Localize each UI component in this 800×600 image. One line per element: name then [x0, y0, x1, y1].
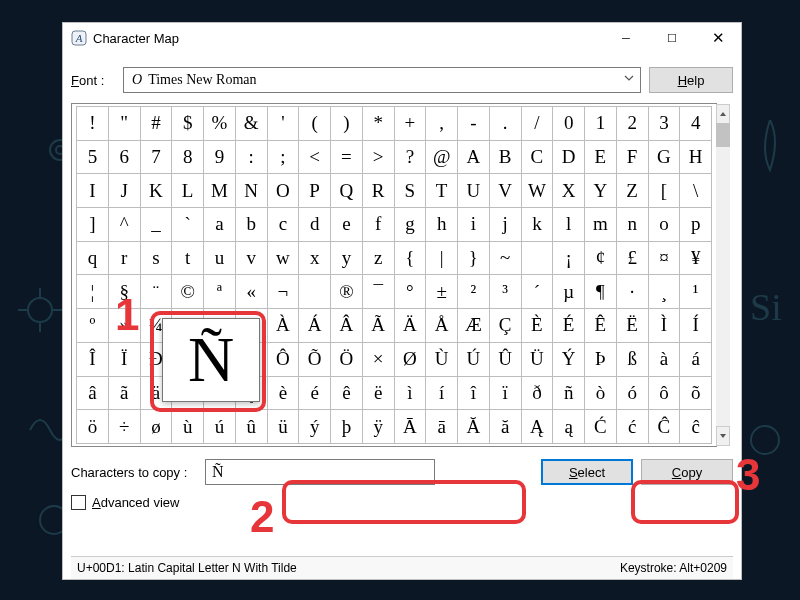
advanced-view-checkbox[interactable] [71, 495, 86, 510]
char-cell[interactable]: . [489, 107, 521, 141]
char-cell[interactable]: ? [394, 140, 426, 174]
char-cell[interactable]: ± [426, 275, 458, 309]
char-cell[interactable]: ë [362, 376, 394, 410]
char-cell[interactable]: À [267, 309, 299, 343]
maximize-button[interactable]: ☐ [649, 23, 695, 53]
char-cell[interactable]: µ [553, 275, 585, 309]
char-cell[interactable]: R [362, 174, 394, 208]
char-cell[interactable]: ¡ [553, 241, 585, 275]
char-cell[interactable]: @ [426, 140, 458, 174]
char-cell[interactable]: Ö [331, 342, 363, 376]
char-cell[interactable]: Ĉ [648, 410, 680, 444]
char-cell[interactable]: 4 [680, 107, 712, 141]
char-cell[interactable]: 9 [204, 140, 236, 174]
char-cell[interactable]: > [362, 140, 394, 174]
char-cell[interactable]: ¨ [140, 275, 172, 309]
char-cell[interactable]: ô [648, 376, 680, 410]
char-cell[interactable]: j [489, 208, 521, 242]
char-cell[interactable]: ù [172, 410, 204, 444]
char-cell[interactable]: { [394, 241, 426, 275]
char-cell[interactable]: ñ [553, 376, 585, 410]
char-cell[interactable]: / [521, 107, 553, 141]
char-cell[interactable]: ý [299, 410, 331, 444]
char-cell[interactable]: ; [267, 140, 299, 174]
char-cell[interactable]: Õ [299, 342, 331, 376]
char-cell[interactable]: Á [299, 309, 331, 343]
minimize-button[interactable]: ─ [603, 23, 649, 53]
char-cell[interactable]: [ [648, 174, 680, 208]
char-cell[interactable]: u [204, 241, 236, 275]
char-cell[interactable]: ' [267, 107, 299, 141]
char-cell[interactable]: Ô [267, 342, 299, 376]
char-cell[interactable]: p [680, 208, 712, 242]
char-cell[interactable]: Ă [458, 410, 490, 444]
char-cell[interactable]: ú [204, 410, 236, 444]
scroll-up-icon[interactable] [716, 104, 730, 124]
char-cell[interactable]: ĉ [680, 410, 712, 444]
char-cell[interactable]: O [267, 174, 299, 208]
char-cell[interactable]: H [680, 140, 712, 174]
char-cell[interactable]: Í [680, 309, 712, 343]
char-cell[interactable]: - [458, 107, 490, 141]
char-cell[interactable]: ì [394, 376, 426, 410]
char-cell[interactable] [299, 275, 331, 309]
char-cell[interactable]: a [204, 208, 236, 242]
char-cell[interactable]: ó [616, 376, 648, 410]
char-cell[interactable]: ÿ [362, 410, 394, 444]
char-cell[interactable]: Y [585, 174, 617, 208]
char-cell[interactable]: ` [172, 208, 204, 242]
char-cell[interactable]: Ê [585, 309, 617, 343]
char-cell[interactable]: | [426, 241, 458, 275]
char-cell[interactable]: Ï [108, 342, 140, 376]
char-cell[interactable]: K [140, 174, 172, 208]
char-cell[interactable]: Ì [648, 309, 680, 343]
char-cell[interactable]: ¯ [362, 275, 394, 309]
char-cell[interactable]: e [331, 208, 363, 242]
char-cell[interactable]: c [267, 208, 299, 242]
char-cell[interactable]: D [553, 140, 585, 174]
char-cell[interactable]: B [489, 140, 521, 174]
help-button[interactable]: Help [649, 67, 733, 93]
char-cell[interactable]: o [648, 208, 680, 242]
char-cell[interactable]: ą [553, 410, 585, 444]
char-cell[interactable]: ~ [489, 241, 521, 275]
characters-to-copy-input[interactable] [205, 459, 435, 485]
char-cell[interactable]: V [489, 174, 521, 208]
char-cell[interactable]: M [204, 174, 236, 208]
char-cell[interactable]: Ü [521, 342, 553, 376]
char-cell[interactable]: + [394, 107, 426, 141]
char-cell[interactable]: Ë [616, 309, 648, 343]
char-cell[interactable]: Ý [553, 342, 585, 376]
char-cell[interactable]: Ç [489, 309, 521, 343]
char-cell[interactable]: " [108, 107, 140, 141]
char-cell[interactable]: m [585, 208, 617, 242]
char-cell[interactable]: = [331, 140, 363, 174]
char-cell[interactable]: < [299, 140, 331, 174]
char-cell[interactable]: \ [680, 174, 712, 208]
char-cell[interactable]: þ [331, 410, 363, 444]
char-cell[interactable]: } [458, 241, 490, 275]
char-cell[interactable]: v [235, 241, 267, 275]
char-cell[interactable]: ² [458, 275, 490, 309]
char-cell[interactable]: f [362, 208, 394, 242]
char-cell[interactable]: É [553, 309, 585, 343]
char-cell[interactable]: 7 [140, 140, 172, 174]
char-cell[interactable]: h [426, 208, 458, 242]
char-cell[interactable]: ´ [521, 275, 553, 309]
char-cell[interactable]: ¹ [680, 275, 712, 309]
char-cell[interactable]: ® [331, 275, 363, 309]
char-cell[interactable]: » [108, 309, 140, 343]
char-cell[interactable]: J [108, 174, 140, 208]
char-cell[interactable]: ü [267, 410, 299, 444]
char-cell[interactable]: 3 [648, 107, 680, 141]
char-cell[interactable]: Î [77, 342, 109, 376]
char-cell[interactable]: X [553, 174, 585, 208]
char-cell[interactable]: Ć [585, 410, 617, 444]
char-cell[interactable]: ð [521, 376, 553, 410]
char-cell[interactable]: _ [140, 208, 172, 242]
char-cell[interactable]: § [108, 275, 140, 309]
char-cell[interactable]: Ã [362, 309, 394, 343]
char-cell[interactable]: ¤ [648, 241, 680, 275]
char-cell[interactable]: i [458, 208, 490, 242]
char-cell[interactable]: C [521, 140, 553, 174]
